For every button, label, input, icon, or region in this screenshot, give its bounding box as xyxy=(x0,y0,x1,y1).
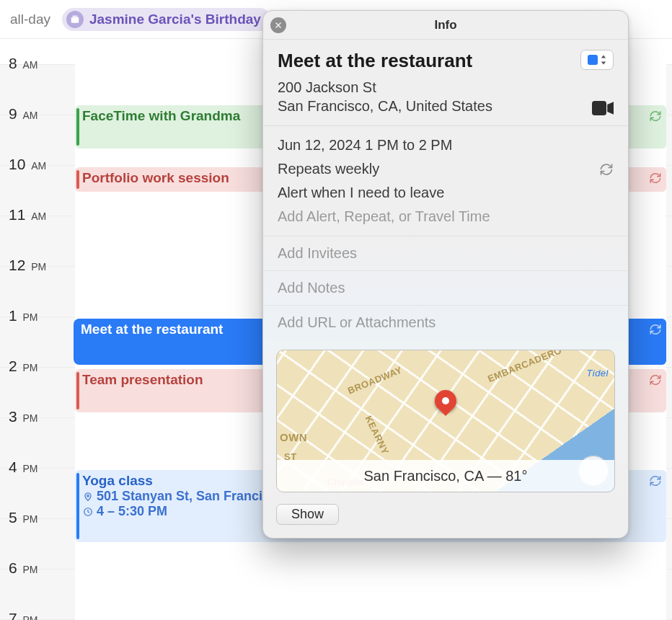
popover-datetime-section: Jun 12, 2024 1 PM to 2 PM Repeats weekly… xyxy=(263,126,628,236)
repeat-icon xyxy=(649,172,662,185)
hour-label: 4 PM xyxy=(6,459,41,476)
hour-label: 11 AM xyxy=(6,206,49,223)
event-edge-strip xyxy=(647,105,666,149)
event-location[interactable]: 200 Jackson St San Francisco, CA, United… xyxy=(278,78,492,115)
map-street-label: KEARNY xyxy=(363,414,392,456)
hour-label: 12 PM xyxy=(6,257,49,274)
repeat-icon xyxy=(649,323,662,336)
gift-icon xyxy=(66,11,84,28)
calendar-color-swatch xyxy=(588,55,598,65)
location-pin-icon xyxy=(82,491,94,502)
event-edge-strip xyxy=(647,369,666,412)
hour-label: 9 AM xyxy=(6,105,41,123)
show-button[interactable]: Show xyxy=(276,504,339,525)
repeat-icon xyxy=(649,110,662,123)
clock-icon xyxy=(82,506,94,518)
close-button[interactable] xyxy=(270,17,286,33)
hour-label: 3 PM xyxy=(6,408,41,425)
svg-point-3 xyxy=(73,15,74,17)
event-edge-strip xyxy=(647,470,666,542)
event-title: FaceTime with Grandma xyxy=(82,108,240,123)
hour-label: 2 PM xyxy=(6,358,41,375)
event-title: Team presentation xyxy=(82,372,203,387)
add-url-attachments[interactable]: Add URL or Attachments xyxy=(263,305,628,340)
svg-rect-7 xyxy=(592,101,606,115)
map-pin-icon xyxy=(435,390,456,412)
hour-label: 5 PM xyxy=(6,509,41,526)
svg-point-4 xyxy=(76,15,77,17)
allday-event-pill[interactable]: Jasmine Garcia's Birthday xyxy=(62,8,271,31)
location-map[interactable]: BROADWAY EMBARCADERO KEARNY ST OWN Tidel… xyxy=(276,350,615,492)
popover-header: Info xyxy=(263,11,628,40)
event-datetime[interactable]: Jun 12, 2024 1 PM to 2 PM xyxy=(278,133,614,157)
add-alert-repeat-travel[interactable]: Add Alert, Repeat, or Travel Time xyxy=(278,205,614,229)
video-call-icon[interactable] xyxy=(592,101,614,115)
map-street-label: EMBARCADERO xyxy=(486,350,563,384)
map-street-label: BROADWAY xyxy=(346,365,404,397)
repeat-icon xyxy=(649,474,662,487)
hour-label: 10 AM xyxy=(6,156,49,173)
hour-label: 8 AM xyxy=(6,55,41,72)
event-info-popover: Info Meet at the restaurant 200 Jackson … xyxy=(262,10,629,539)
add-notes[interactable]: Add Notes xyxy=(263,270,628,305)
repeat-icon xyxy=(599,162,614,177)
allday-label: all-day xyxy=(10,12,50,27)
svg-point-5 xyxy=(87,495,89,497)
event-alert[interactable]: Alert when I need to leave xyxy=(278,181,614,205)
event-repeat[interactable]: Repeats weekly xyxy=(278,157,614,181)
svg-rect-2 xyxy=(74,17,75,23)
address-line-2: San Francisco, CA, United States xyxy=(278,97,492,115)
event-edge-strip xyxy=(647,167,666,192)
popover-footer: Show xyxy=(263,504,628,538)
event-title: Portfolio work session xyxy=(82,170,229,185)
chevron-updown-icon xyxy=(601,55,606,65)
map-street-label: OWN xyxy=(280,431,307,443)
allday-event-title: Jasmine Garcia's Birthday xyxy=(89,12,261,27)
event-edge-strip xyxy=(647,319,666,365)
hour-label: 6 PM xyxy=(6,559,41,577)
map-street-label: Tidel xyxy=(586,368,609,378)
popover-title-label: Info xyxy=(434,18,456,32)
address-line-1: 200 Jackson St xyxy=(278,78,492,97)
event-title-input[interactable]: Meet at the restaurant xyxy=(278,50,472,72)
event-title: Meet at the restaurant xyxy=(81,322,223,337)
hour-label: 7 PM xyxy=(6,610,41,620)
hour-label: 1 PM xyxy=(6,307,41,324)
repeat-icon xyxy=(649,373,662,386)
map-weather-label: San Francisco, CA — 81° xyxy=(277,460,614,492)
add-invitees[interactable]: Add Invitees xyxy=(263,236,628,270)
map-section: BROADWAY EMBARCADERO KEARNY ST OWN Tidel… xyxy=(263,340,628,504)
popover-title-section: Meet at the restaurant 200 Jackson St Sa… xyxy=(263,40,628,125)
calendar-color-picker[interactable] xyxy=(580,50,614,70)
